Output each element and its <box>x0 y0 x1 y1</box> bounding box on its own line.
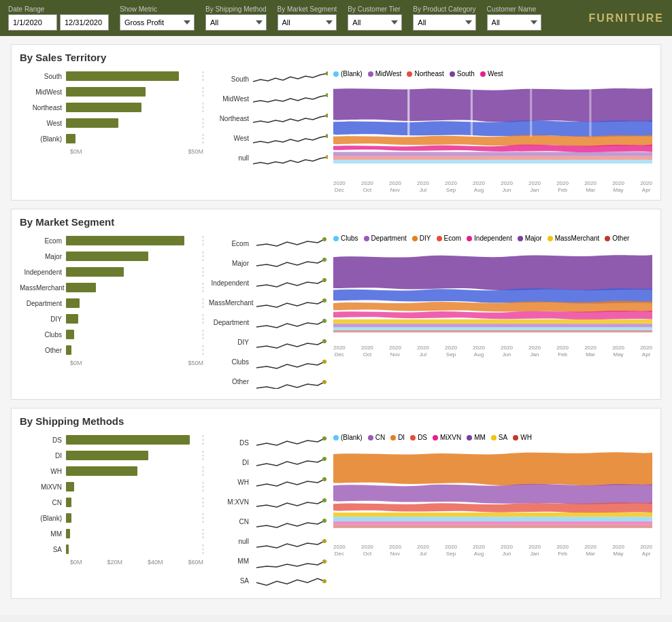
svg-rect-6 <box>471 89 473 137</box>
ld <box>548 236 553 241</box>
svg-point-15 <box>322 360 326 364</box>
date-end-input[interactable] <box>60 14 109 31</box>
bar-row: DIY <box>20 313 203 325</box>
sparkline-row: South <box>209 70 328 88</box>
market-axis: 2020Dec 2020Oct 2020Nov 2020Jul 2020Sep … <box>333 345 652 358</box>
show-metric-group: Show Metric Gross Profit <box>120 5 195 31</box>
date-start-input[interactable] <box>8 14 57 31</box>
svg-point-4 <box>326 155 328 159</box>
sparkline-row: West <box>209 129 328 147</box>
shipping-stream-svg <box>333 445 652 540</box>
bar-row: DS <box>20 434 203 446</box>
customer-tier-select[interactable]: All <box>348 14 402 31</box>
spark-svg <box>253 534 328 549</box>
territory-axis: 2020Dec 2020Oct 2020Nov 2020Jul 2020Sep … <box>333 180 652 193</box>
main-content: By Sales Territory South MidWest Northea… <box>0 36 672 615</box>
sparkline-row: MassMerchant <box>209 294 328 311</box>
customer-tier-group: By Customer Tier All <box>348 5 402 31</box>
bar-row: (Blank) <box>20 133 203 145</box>
bar-row: Northeast <box>20 101 203 114</box>
spark-svg <box>253 553 328 568</box>
bar-row: MassMerchant <box>20 281 203 294</box>
spark-svg <box>253 514 328 529</box>
territory-legend: (Blank) MidWest Northeast South <box>333 70 652 77</box>
territory-sparklines: South MidWest Northeast <box>209 70 328 193</box>
market-segment-select[interactable]: All <box>278 14 337 31</box>
section-market-inner: Ecom Major Independent MassMerchant Depa… <box>20 235 652 392</box>
svg-point-16 <box>322 380 326 384</box>
bar-row: MiXVN <box>20 481 203 493</box>
sparkline-row: Clubs <box>209 353 328 370</box>
spark-svg-northeast <box>253 111 328 126</box>
bar-row: MM <box>20 528 203 540</box>
ld <box>412 236 418 241</box>
svg-point-2 <box>326 114 328 118</box>
market-segment-label: By Market Segment <box>278 5 337 13</box>
ld <box>605 236 610 241</box>
svg-rect-5 <box>407 89 409 137</box>
ld <box>437 236 442 241</box>
spark-svg-midwest <box>253 91 328 106</box>
spark-svg-west <box>253 131 328 145</box>
customer-name-select[interactable]: All <box>487 14 541 31</box>
spark-svg <box>253 295 328 310</box>
sparkline-row: Other <box>209 373 328 390</box>
show-metric-select[interactable]: Gross Profit <box>120 14 195 31</box>
svg-point-12 <box>322 298 326 303</box>
sparkline-row: MM <box>209 552 328 570</box>
territory-stream: (Blank) MidWest Northeast South <box>333 70 652 193</box>
spark-svg <box>253 354 328 369</box>
section-shipping-inner: DS DI WH MiXVN CN <box>20 434 652 591</box>
customer-tier-label: By Customer Tier <box>348 5 402 13</box>
bar-row: Department <box>20 297 203 309</box>
market-legend: Clubs Department DIY Ecom Independent Ma… <box>333 235 652 242</box>
market-segment-group: By Market Segment All <box>278 5 337 31</box>
ld <box>368 435 373 440</box>
svg-point-10 <box>322 258 326 262</box>
svg-point-24 <box>322 579 326 583</box>
sparkline-row: Ecom <box>209 235 328 252</box>
shipping-method-label: By Shipping Method <box>205 5 267 13</box>
legend-dot-northeast <box>407 71 412 77</box>
section-territory-title: By Sales Territory <box>20 52 652 63</box>
product-category-label: By Product Category <box>413 5 475 13</box>
ld <box>513 435 518 440</box>
sparkline-row: MidWest <box>209 90 328 107</box>
date-range-label: Date Range <box>8 5 109 13</box>
svg-point-20 <box>322 498 326 502</box>
product-category-select[interactable]: All <box>413 14 475 31</box>
legend-dot-blank <box>333 71 339 77</box>
sparkline-row: SA <box>209 572 328 589</box>
sparkline-row: Major <box>209 254 328 272</box>
bar-row: MidWest <box>20 86 203 98</box>
market-stream-svg <box>333 246 652 341</box>
svg-point-19 <box>322 477 326 481</box>
section-territory-inner: South MidWest Northeast West (Blank) <box>20 70 652 193</box>
legend-dot-midwest <box>368 71 373 77</box>
section-shipping: By Shipping Methods DS DI WH MiXVN <box>11 408 661 599</box>
svg-point-14 <box>322 339 326 343</box>
svg-point-3 <box>326 134 328 138</box>
shipping-method-select[interactable]: All <box>205 14 267 31</box>
svg-point-0 <box>326 71 328 75</box>
svg-point-23 <box>322 559 326 564</box>
shipping-method-group: By Shipping Method All <box>205 5 267 31</box>
svg-point-22 <box>322 539 326 543</box>
ld <box>433 435 438 440</box>
bar-row: Major <box>20 250 203 262</box>
ld <box>518 236 523 241</box>
ld <box>390 435 396 440</box>
app-title: FURNITURE <box>589 12 664 24</box>
ld <box>410 435 416 440</box>
sparkline-row: DIY <box>209 333 328 351</box>
sparkline-row: M:XVN <box>209 493 328 511</box>
spark-svg-south <box>253 71 328 86</box>
shipping-sparklines: DS DI WH <box>209 434 328 591</box>
svg-point-9 <box>322 237 326 241</box>
market-sparklines: Ecom Major Independent <box>209 235 328 392</box>
bar-row: Independent <box>20 266 203 278</box>
spark-svg <box>253 494 328 509</box>
shipping-legend: (Blank) CN DI DS MiXVN MM SA WH <box>333 434 652 441</box>
svg-point-21 <box>322 519 326 523</box>
spark-svg <box>253 455 328 470</box>
